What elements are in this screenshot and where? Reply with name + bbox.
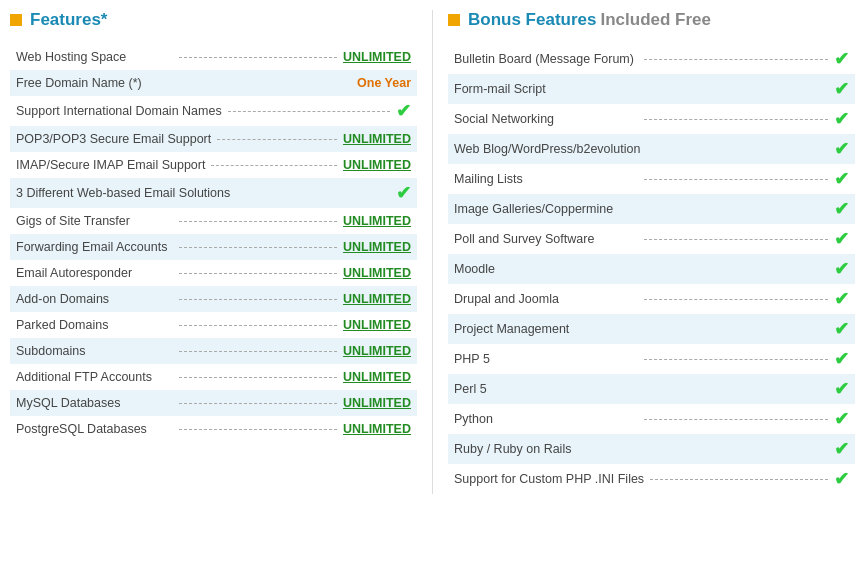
feature-value: UNLIMITED [343, 132, 411, 146]
column-divider [432, 10, 433, 494]
feature-value: UNLIMITED [343, 50, 411, 64]
bonus-label: Mailing Lists [454, 172, 638, 186]
feature-row: POP3/POP3 Secure Email SupportUNLIMITED [10, 126, 417, 152]
bonus-row: Ruby / Ruby on Rails✔ [448, 434, 855, 464]
bonus-value: ✔ [834, 198, 849, 220]
row-dots [179, 247, 336, 248]
feature-label: PostgreSQL Databases [16, 422, 173, 436]
feature-value: UNLIMITED [343, 214, 411, 228]
bonus-row: Web Blog/WordPress/b2evolution✔ [448, 134, 855, 164]
bonus-header: Bonus Features Included Free [448, 10, 855, 34]
bonus-value: ✔ [834, 108, 849, 130]
feature-label: Forwarding Email Accounts [16, 240, 173, 254]
bonus-value: ✔ [834, 378, 849, 400]
feature-value: UNLIMITED [343, 292, 411, 306]
feature-label: POP3/POP3 Secure Email Support [16, 132, 211, 146]
bonus-bullet [448, 14, 460, 26]
feature-row: Web Hosting SpaceUNLIMITED [10, 44, 417, 70]
row-dots [644, 179, 828, 180]
bonus-row: Form-mail Script✔ [448, 74, 855, 104]
bonus-row: Project Management✔ [448, 314, 855, 344]
bonus-row: Support for Custom PHP .INI Files✔ [448, 464, 855, 494]
row-dots [179, 299, 336, 300]
features-column: Features* Web Hosting SpaceUNLIMITEDFree… [0, 10, 427, 494]
bonus-label: Bulletin Board (Message Forum) [454, 52, 638, 66]
bonus-value: ✔ [834, 318, 849, 340]
feature-label: Free Domain Name (*) [16, 76, 187, 90]
bonus-value: ✔ [834, 78, 849, 100]
feature-label: IMAP/Secure IMAP Email Support [16, 158, 205, 172]
row-dots [217, 139, 337, 140]
feature-value: UNLIMITED [343, 396, 411, 410]
bonus-label: Web Blog/WordPress/b2evolution [454, 142, 644, 156]
features-title: Features* [30, 10, 107, 30]
row-dots [644, 359, 828, 360]
feature-value: UNLIMITED [343, 370, 411, 384]
feature-label: MySQL Databases [16, 396, 173, 410]
bonus-label: Social Networking [454, 112, 638, 126]
feature-row: SubdomainsUNLIMITED [10, 338, 417, 364]
feature-value: UNLIMITED [343, 318, 411, 332]
bonus-value: ✔ [834, 168, 849, 190]
bonus-row: Drupal and Joomla✔ [448, 284, 855, 314]
row-dots [211, 165, 337, 166]
bonus-label: Moodle [454, 262, 644, 276]
row-dots [644, 119, 828, 120]
bonus-value: ✔ [834, 438, 849, 460]
feature-value: ✔ [396, 182, 411, 204]
bonus-row: PHP 5✔ [448, 344, 855, 374]
row-dots [644, 419, 828, 420]
feature-label: Parked Domains [16, 318, 173, 332]
row-dots [644, 299, 828, 300]
feature-value: UNLIMITED [343, 266, 411, 280]
bonus-subtitle: Included Free [600, 10, 711, 30]
bonus-row: Mailing Lists✔ [448, 164, 855, 194]
row-dots [179, 403, 336, 404]
bonus-value: ✔ [834, 288, 849, 310]
bonus-row: Perl 5✔ [448, 374, 855, 404]
feature-row: IMAP/Secure IMAP Email SupportUNLIMITED [10, 152, 417, 178]
row-dots [179, 351, 336, 352]
bonus-label: Poll and Survey Software [454, 232, 638, 246]
bonus-label: Support for Custom PHP .INI Files [454, 472, 644, 486]
feature-value: UNLIMITED [343, 158, 411, 172]
bonus-row: Poll and Survey Software✔ [448, 224, 855, 254]
feature-label: Support International Domain Names [16, 104, 222, 118]
bonus-value: ✔ [834, 138, 849, 160]
feature-row: Support International Domain Names✔ [10, 96, 417, 126]
feature-label: Gigs of Site Transfer [16, 214, 173, 228]
bonus-label: Form-mail Script [454, 82, 644, 96]
bonus-row: Image Galleries/Coppermine✔ [448, 194, 855, 224]
feature-label: Additional FTP Accounts [16, 370, 173, 384]
features-header: Features* [10, 10, 417, 34]
feature-row: Forwarding Email AccountsUNLIMITED [10, 234, 417, 260]
row-dots [179, 221, 336, 222]
feature-row: Free Domain Name (*)One Year [10, 70, 417, 96]
bonus-rows: Bulletin Board (Message Forum)✔Form-mail… [448, 44, 855, 494]
bonus-row: Bulletin Board (Message Forum)✔ [448, 44, 855, 74]
feature-label: 3 Different Web-based Email Solutions [16, 186, 230, 200]
row-dots [228, 111, 390, 112]
bonus-label: Perl 5 [454, 382, 644, 396]
row-dots [179, 429, 336, 430]
bonus-label: Drupal and Joomla [454, 292, 638, 306]
feature-value: UNLIMITED [343, 422, 411, 436]
bonus-label: Image Galleries/Coppermine [454, 202, 644, 216]
bonus-value: ✔ [834, 48, 849, 70]
features-rows: Web Hosting SpaceUNLIMITEDFree Domain Na… [10, 44, 417, 442]
bonus-row: Moodle✔ [448, 254, 855, 284]
bonus-label: Ruby / Ruby on Rails [454, 442, 644, 456]
feature-label: Email Autoresponder [16, 266, 173, 280]
row-dots [179, 273, 336, 274]
feature-value: UNLIMITED [343, 344, 411, 358]
feature-row: Gigs of Site TransferUNLIMITED [10, 208, 417, 234]
feature-row: Parked DomainsUNLIMITED [10, 312, 417, 338]
features-bullet [10, 14, 22, 26]
bonus-label: Project Management [454, 322, 644, 336]
bonus-label: Python [454, 412, 638, 426]
feature-label: Subdomains [16, 344, 173, 358]
row-dots [650, 479, 828, 480]
bonus-row: Python✔ [448, 404, 855, 434]
bonus-value: ✔ [834, 468, 849, 490]
feature-value: ✔ [396, 100, 411, 122]
